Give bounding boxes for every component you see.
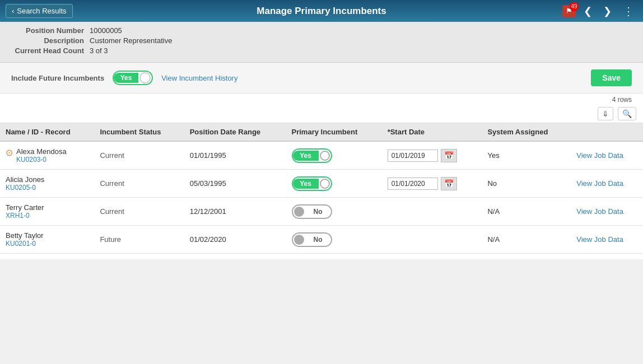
- toggle-no-label: No: [305, 235, 331, 245]
- description-label: Description: [11, 36, 90, 45]
- person-id: XRH1-0: [6, 212, 44, 220]
- toggle-yes-label: Yes: [293, 179, 319, 189]
- view-job-data-cell[interactable]: View Job Data: [571, 170, 643, 198]
- export-icon-button[interactable]: ⇓: [598, 107, 613, 120]
- date-range-cell: 05/03/1995: [184, 170, 286, 198]
- next-button[interactable]: ❯: [600, 4, 615, 18]
- table-header-row: Name / ID - Record Incumbent Status Posi…: [0, 123, 643, 141]
- col-date-range: Position Date Range: [184, 123, 286, 141]
- status-cell: Current: [94, 170, 184, 198]
- primary-toggle-no[interactable]: No: [292, 232, 332, 247]
- person-name: Alexa Mendosa: [16, 147, 67, 156]
- view-job-data-cell[interactable]: View Job Data: [571, 226, 643, 254]
- person-id: KU0201-0: [6, 240, 44, 248]
- include-future-label: Include Future Incumbents: [11, 74, 104, 82]
- primary-toggle-yes[interactable]: Yes: [292, 148, 332, 163]
- start-date-cell: 📅: [382, 141, 482, 170]
- primary-toggle-yes[interactable]: Yes: [292, 176, 332, 191]
- start-date-cell: [382, 226, 482, 254]
- table-row: ⊙Alexa MendosaKU0203-0Current01/01/1995Y…: [0, 141, 643, 170]
- export-icon: ⇓: [602, 109, 609, 118]
- search-icon: 🔍: [622, 109, 632, 118]
- toggle-knob: [294, 235, 304, 245]
- save-button[interactable]: Save: [591, 69, 632, 86]
- prev-button[interactable]: ❮: [580, 4, 595, 18]
- include-future-toggle[interactable]: Yes: [113, 71, 153, 85]
- head-count-value: 3 of 3: [90, 46, 108, 55]
- view-job-data-cell[interactable]: View Job Data: [571, 198, 643, 226]
- view-incumbent-history-link[interactable]: View Incumbent History: [161, 74, 237, 82]
- toggle-knob: [139, 72, 151, 83]
- toggle-yes-label: Yes: [293, 151, 319, 161]
- primary-toggle-no[interactable]: No: [292, 204, 332, 219]
- start-date-input[interactable]: [388, 178, 438, 190]
- view-job-data-cell[interactable]: View Job Data: [571, 141, 643, 170]
- search-results-button[interactable]: ‹ Search Results: [6, 4, 73, 18]
- chevron-left-icon: ‹: [12, 7, 14, 15]
- row-warning-icon: ⊙: [6, 147, 14, 158]
- table-row: Alicia JonesKU0205-0Current05/03/1995Yes…: [0, 170, 643, 198]
- more-options-button[interactable]: ⋮: [619, 3, 637, 19]
- sys-assigned-cell: N/A: [482, 226, 571, 254]
- view-job-data-link[interactable]: View Job Data: [576, 207, 623, 216]
- date-range-cell: 12/12/2001: [184, 198, 286, 226]
- head-count-label: Current Head Count: [11, 46, 90, 55]
- table-row: Terry CarterXRH1-0Current12/12/2001NoN/A…: [0, 198, 643, 226]
- sys-assigned-cell: Yes: [482, 141, 571, 170]
- date-range-cell: 01/01/1995: [184, 141, 286, 170]
- primary-incumbent-cell[interactable]: Yes: [286, 141, 382, 170]
- primary-incumbent-cell[interactable]: No: [286, 226, 382, 254]
- start-date-input[interactable]: [388, 150, 438, 162]
- col-status: Incumbent Status: [94, 123, 184, 141]
- toggle-no-label: No: [305, 207, 331, 217]
- date-range-cell: 01/02/2020: [184, 226, 286, 254]
- header: ‹ Search Results Manage Primary Incumben…: [0, 0, 643, 22]
- person-name: Terry Carter: [6, 203, 44, 212]
- start-date-cell: 📅: [382, 170, 482, 198]
- col-name-id: Name / ID - Record: [0, 123, 94, 141]
- search-results-label: Search Results: [17, 7, 66, 15]
- notification-badge: 49: [570, 2, 579, 11]
- table-row: Betty TaylorKU0201-0Future01/02/2020NoN/…: [0, 226, 643, 254]
- status-cell: Current: [94, 198, 184, 226]
- notification-button[interactable]: ⚑ 49: [562, 5, 576, 17]
- col-start-date: *Start Date: [382, 123, 482, 141]
- name-id-cell: ⊙Alexa MendosaKU0203-0: [0, 141, 94, 170]
- calendar-button[interactable]: 📅: [441, 177, 457, 190]
- person-id: KU0205-0: [6, 184, 44, 192]
- sys-assigned-cell: No: [482, 170, 571, 198]
- col-primary: Primary Incumbent: [286, 123, 382, 141]
- incumbents-table: Name / ID - Record Incumbent Status Posi…: [0, 123, 643, 254]
- view-job-data-link[interactable]: View Job Data: [576, 235, 623, 244]
- view-job-data-link[interactable]: View Job Data: [576, 151, 623, 160]
- person-id: KU0203-0: [16, 156, 67, 164]
- controls-bar: Include Future Incumbents Yes View Incum…: [0, 63, 643, 94]
- primary-incumbent-cell[interactable]: No: [286, 198, 382, 226]
- person-name: Alicia Jones: [6, 175, 44, 184]
- person-name: Betty Taylor: [6, 231, 44, 240]
- name-id-cell: Terry CarterXRH1-0: [0, 198, 94, 226]
- status-cell: Current: [94, 141, 184, 170]
- table-area: 4 rows ⇓ 🔍 Name / ID - Record Incumbent …: [0, 94, 643, 259]
- col-actions: [571, 123, 643, 141]
- name-id-cell: Alicia JonesKU0205-0: [0, 170, 94, 198]
- name-id-cell: Betty TaylorKU0201-0: [0, 226, 94, 254]
- toggle-knob: [294, 207, 304, 217]
- view-job-data-link[interactable]: View Job Data: [576, 179, 623, 188]
- primary-incumbent-cell[interactable]: Yes: [286, 170, 382, 198]
- toggle-knob: [320, 151, 330, 161]
- calendar-button[interactable]: 📅: [441, 149, 457, 162]
- rows-count: 4 rows: [0, 94, 643, 105]
- table-toolbar: ⇓ 🔍: [0, 105, 643, 123]
- page-title: Manage Primary Incumbents: [257, 6, 386, 17]
- header-actions: ⚑ 49 ❮ ❯ ⋮: [562, 3, 637, 19]
- start-date-cell: [382, 198, 482, 226]
- toggle-yes-label: Yes: [114, 73, 138, 83]
- toggle-yes-switch[interactable]: Yes: [113, 71, 153, 85]
- position-number-label: Position Number: [11, 26, 90, 35]
- toggle-knob: [320, 179, 330, 189]
- search-icon-button[interactable]: 🔍: [618, 107, 636, 120]
- info-section: Position Number 10000005 Description Cus…: [0, 22, 643, 63]
- status-cell: Future: [94, 226, 184, 254]
- sys-assigned-cell: N/A: [482, 198, 571, 226]
